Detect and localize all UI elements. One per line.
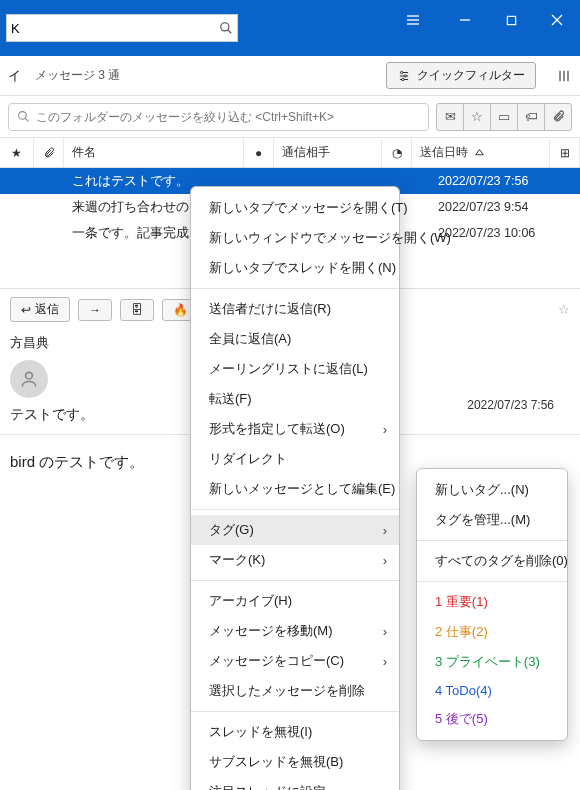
global-search[interactable] xyxy=(6,14,238,42)
filter-starred-icon[interactable]: ☆ xyxy=(463,103,491,131)
reader-date: 2022/07/23 7:56 xyxy=(467,398,554,412)
submenu-manage-tags[interactable]: タグを管理...(M) xyxy=(417,505,567,535)
filter-contact-icon[interactable]: ▭ xyxy=(490,103,518,131)
svg-point-12 xyxy=(401,71,403,73)
row-subject: 一条です。記事完成 xyxy=(64,225,194,242)
quick-filter-button[interactable]: クイックフィルター xyxy=(386,62,536,89)
menu-item-17[interactable]: メッセージをコピー(C)› xyxy=(191,646,399,676)
menu-item-1[interactable]: 新しいウィンドウでメッセージを開く(W) xyxy=(191,223,399,253)
close-button[interactable] xyxy=(534,0,580,40)
svg-point-18 xyxy=(19,112,27,120)
layout-icon[interactable] xyxy=(556,68,572,84)
svg-point-14 xyxy=(402,78,404,80)
menu-item-21[interactable]: サブスレッドを無視(B) xyxy=(191,747,399,777)
filter-toolbar: ✉ ☆ ▭ 🏷 xyxy=(0,96,580,138)
forward-button[interactable]: → xyxy=(78,299,112,321)
menu-item-6[interactable]: メーリングリストに返信(L) xyxy=(191,354,399,384)
svg-rect-6 xyxy=(507,16,515,24)
tag-submenu: 新しいタグ...(N) タグを管理...(M) すべてのタグを削除(0) 1 重… xyxy=(416,468,568,741)
menu-item-18[interactable]: 選択したメッセージを削除 xyxy=(191,676,399,706)
filter-attachment-icon[interactable] xyxy=(544,103,572,131)
row-subject: これはテストです。 xyxy=(64,173,194,190)
menu-item-5[interactable]: 全員に返信(A) xyxy=(191,324,399,354)
row-date: 2022/07/23 10:06 xyxy=(430,226,580,240)
submenu-tag-5[interactable]: 5 後で(5) xyxy=(417,704,567,734)
search-icon xyxy=(219,21,233,35)
filter-unread-icon[interactable]: ✉ xyxy=(436,103,464,131)
row-subject: 来週の打ち合わせの xyxy=(64,199,194,216)
submenu-tag-4[interactable]: 4 ToDo(4) xyxy=(417,677,567,704)
chevron-right-icon: › xyxy=(383,553,387,568)
svg-point-0 xyxy=(221,23,229,31)
filter-input-wrapper[interactable] xyxy=(8,103,429,131)
global-search-input[interactable] xyxy=(11,21,219,36)
avatar xyxy=(10,360,48,398)
context-menu: 新しいタブでメッセージを開く(T)新しいウィンドウでメッセージを開く(W)新しい… xyxy=(190,186,400,790)
row-date: 2022/07/23 7:56 xyxy=(430,174,580,188)
svg-point-13 xyxy=(404,74,406,76)
maximize-button[interactable] xyxy=(488,0,534,40)
submenu-remove-all-tags[interactable]: すべてのタグを削除(0) xyxy=(417,546,567,576)
menu-item-8[interactable]: 形式を指定して転送(O)› xyxy=(191,414,399,444)
menu-item-22[interactable]: 注目スレッドに設定 xyxy=(191,777,399,790)
folder-name: イ xyxy=(8,67,21,85)
sort-asc-icon xyxy=(475,148,484,157)
chevron-right-icon: › xyxy=(383,422,387,437)
minimize-button[interactable] xyxy=(442,0,488,40)
svg-line-1 xyxy=(228,30,232,34)
app-menu-icon[interactable] xyxy=(390,0,436,40)
row-date: 2022/07/23 9:54 xyxy=(430,200,580,214)
col-read-icon[interactable]: ● xyxy=(244,138,274,167)
col-picker-icon[interactable]: ⊞ xyxy=(550,138,580,167)
filter-icon-group: ✉ ☆ ▭ 🏷 xyxy=(437,103,572,131)
reply-button[interactable]: ↩ 返信 xyxy=(10,297,70,322)
menu-item-16[interactable]: メッセージを移動(M)› xyxy=(191,616,399,646)
star-icon[interactable]: ☆ xyxy=(558,302,570,317)
column-headers: ★ 件名 ● 通信相手 ◔ 送信日時 ⊞ xyxy=(0,138,580,168)
col-star[interactable]: ★ xyxy=(0,138,34,167)
menu-item-20[interactable]: スレッドを無視(I) xyxy=(191,717,399,747)
message-count: メッセージ 3 通 xyxy=(35,67,120,84)
menu-item-7[interactable]: 転送(F) xyxy=(191,384,399,414)
col-attachment[interactable] xyxy=(34,138,64,167)
menu-item-12[interactable]: タグ(G)› xyxy=(191,515,399,545)
menu-item-4[interactable]: 送信者だけに返信(R) xyxy=(191,294,399,324)
chevron-right-icon: › xyxy=(383,624,387,639)
titlebar xyxy=(0,0,580,56)
col-subject[interactable]: 件名 xyxy=(64,138,244,167)
submenu-new-tag[interactable]: 新しいタグ...(N) xyxy=(417,475,567,505)
menu-item-10[interactable]: 新しいメッセージとして編集(E) xyxy=(191,474,399,504)
chevron-right-icon: › xyxy=(383,654,387,669)
quick-filter-label: クイックフィルター xyxy=(417,67,525,84)
chevron-right-icon: › xyxy=(383,523,387,538)
filter-input[interactable] xyxy=(36,110,420,124)
window-controls xyxy=(442,0,580,40)
submenu-tag-3[interactable]: 3 プライベート(3) xyxy=(417,647,567,677)
svg-line-19 xyxy=(25,118,28,121)
archive-button[interactable]: 🗄 xyxy=(120,299,154,321)
menu-item-2[interactable]: 新しいタブでスレッドを開く(N) xyxy=(191,253,399,283)
menu-item-9[interactable]: リダイレクト xyxy=(191,444,399,474)
submenu-tag-2[interactable]: 2 仕事(2) xyxy=(417,617,567,647)
menu-item-13[interactable]: マーク(K)› xyxy=(191,545,399,575)
menu-item-15[interactable]: アーカイブ(H) xyxy=(191,586,399,616)
from-name: 方昌典 xyxy=(10,334,49,352)
col-date[interactable]: 送信日時 xyxy=(412,138,550,167)
filter-tag-icon[interactable]: 🏷 xyxy=(517,103,545,131)
search-icon xyxy=(17,110,30,123)
menu-item-0[interactable]: 新しいタブでメッセージを開く(T) xyxy=(191,193,399,223)
col-junk-icon[interactable]: ◔ xyxy=(382,138,412,167)
svg-point-20 xyxy=(26,372,33,379)
col-correspondent[interactable]: 通信相手 xyxy=(274,138,382,167)
submenu-tag-1[interactable]: 1 重要(1) xyxy=(417,587,567,617)
folder-header: イ メッセージ 3 通 クイックフィルター xyxy=(0,56,580,96)
